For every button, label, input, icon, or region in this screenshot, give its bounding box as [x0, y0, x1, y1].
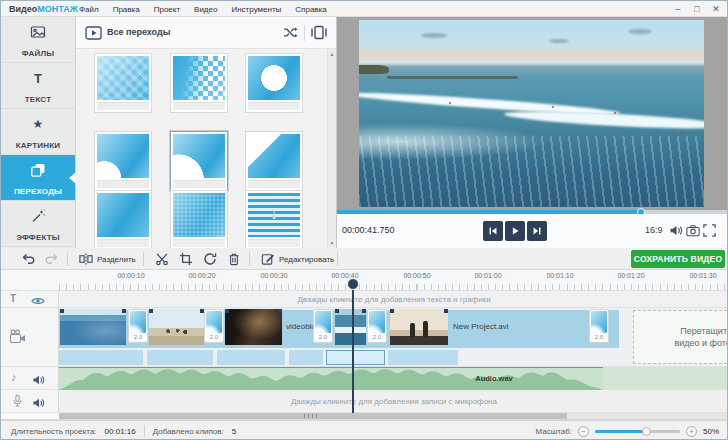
transition-thumb[interactable] [245, 53, 303, 113]
speaker-icon[interactable] [32, 395, 45, 413]
toolbar-separator [67, 252, 68, 266]
audio-clip-label: Audio.wav [475, 374, 513, 383]
scissors-icon[interactable] [155, 252, 169, 270]
clip-volume-segment[interactable] [289, 350, 323, 365]
dropzone-text-line1: Перетащите сюда [634, 325, 728, 337]
timeline-zoom-slider[interactable] [595, 426, 680, 437]
toolbar-separator [249, 252, 250, 266]
menu: Файл Правка Проект Видео Инструменты Спр… [79, 1, 327, 17]
snapshot-camera-icon[interactable] [686, 223, 700, 241]
redo-icon[interactable] [44, 252, 59, 270]
clip-volume-segment[interactable] [217, 350, 285, 365]
transition-thumb[interactable] [245, 131, 303, 191]
menu-item-file[interactable]: Файл [79, 5, 99, 14]
video-clip-3[interactable] [225, 309, 282, 345]
video-track[interactable]: 2.0 2.0 videoblo 2.0 2.0 New Projec [1, 308, 728, 367]
maximize-button[interactable]: □ [692, 1, 702, 17]
text-track[interactable]: T Дважды кликните для добавления текста … [1, 291, 728, 308]
transition-thumb[interactable] [94, 131, 152, 191]
timeline-horizontal-scrollbar[interactable] [1, 413, 728, 420]
transition-clip-1[interactable]: 2.0 [128, 309, 148, 343]
aspect-ratio-label: 16:9 [645, 225, 663, 235]
text-track-hint: Дважды кликните для добавления текста и … [297, 295, 490, 304]
scroll-down-icon[interactable]: ▼ [328, 240, 336, 246]
video-clip-5[interactable] [390, 309, 448, 345]
clip-volume-segment[interactable] [147, 350, 213, 365]
text-track-header: T [1, 291, 59, 307]
media-dropzone[interactable]: Перетащите сюда видео и фотографии [633, 310, 728, 364]
slider-knob[interactable] [642, 427, 651, 436]
audio-track[interactable]: ♪ Audio.wav [1, 367, 728, 390]
video-camera-icon [9, 329, 26, 348]
scroll-up-icon[interactable]: ▲ [328, 51, 336, 57]
prev-frame-button[interactable] [483, 221, 503, 241]
sidebar-item-transitions[interactable]: ПЕРЕХОДЫ [1, 155, 75, 201]
ruler-label: 00:00:50 [403, 272, 430, 279]
transition-chip-thumb [206, 311, 222, 333]
transition-thumb[interactable] [170, 53, 228, 113]
transition-thumb[interactable] [170, 190, 228, 250]
undo-icon[interactable] [21, 252, 36, 270]
toolbar-separator [143, 252, 144, 266]
clip-filename-label: New Project.avi [453, 322, 509, 331]
transition-thumb[interactable] [245, 190, 303, 250]
sidebar-item-effects[interactable]: ЭФФЕКТЫ [1, 201, 75, 247]
ruler-label: 00:00:20 [188, 272, 215, 279]
transition-thumb-selected[interactable] [170, 131, 228, 191]
fullscreen-icon[interactable] [703, 223, 716, 241]
clip-volume-segment[interactable] [59, 350, 143, 365]
transition-chip-thumb [315, 311, 331, 333]
audio-clip[interactable] [59, 367, 603, 390]
headland-shape [359, 65, 389, 74]
speaker-icon[interactable] [32, 372, 45, 390]
carousel-view-icon[interactable] [310, 25, 328, 44]
preview-panel: 00:00:41.750 16:9 [337, 17, 728, 248]
menu-item-video[interactable]: Видео [194, 5, 217, 14]
speaker-icon[interactable] [669, 223, 683, 241]
sidebar-item-label: ТЕКСТ [25, 95, 51, 104]
transition-preview-circle-corner-big [173, 134, 225, 178]
menu-item-edit[interactable]: Правка [113, 5, 140, 14]
transition-clip-4[interactable]: 2.0 [367, 309, 387, 343]
sidebar-item-pictures[interactable]: ★ КАРТИНКИ [1, 109, 75, 155]
clip-volume-segment-selected[interactable] [326, 350, 385, 365]
video-clip-2[interactable] [149, 309, 204, 345]
next-frame-button[interactable] [527, 221, 547, 241]
close-button[interactable]: ✕ [711, 1, 721, 17]
sidebar-item-files[interactable]: ФАЙЛЫ [1, 17, 75, 63]
playhead-handle[interactable] [347, 278, 359, 290]
transition-clip-2[interactable]: 2.0 [204, 309, 224, 343]
thumb-caption-strip [97, 180, 149, 188]
star-icon: ★ [1, 116, 75, 133]
shuffle-icon[interactable] [283, 25, 298, 44]
transition-clip-5[interactable]: 2.0 [589, 309, 609, 343]
sidebar-item-text[interactable]: T ТЕКСТ [1, 63, 75, 109]
menu-item-project[interactable]: Проект [154, 5, 180, 14]
transition-thumb[interactable] [94, 53, 152, 113]
edit-button[interactable]: Редактировать [261, 248, 334, 270]
audio-waveform [59, 369, 603, 390]
project-duration-label: Длительность проекта: [11, 427, 97, 436]
crop-icon[interactable] [179, 252, 193, 270]
transition-clip-3[interactable]: 2.0 [313, 309, 333, 343]
play-button[interactable] [505, 221, 525, 241]
menu-bar: ВидеоМОНТАЖ Файл Правка Проект Видео Инс… [1, 1, 727, 17]
clip-volume-segment[interactable] [388, 350, 458, 365]
transition-thumb[interactable] [94, 190, 152, 250]
split-button[interactable]: Разделить [79, 248, 136, 270]
scrollbar-thumb[interactable] [59, 413, 567, 419]
rotate-icon[interactable] [203, 252, 217, 270]
transitions-scrollbar[interactable]: ▲ ▼ [327, 49, 336, 248]
menu-item-help[interactable]: Справка [295, 5, 326, 14]
zoom-out-button[interactable]: − [578, 426, 589, 437]
zoom-in-button[interactable]: + [686, 426, 697, 437]
trash-icon[interactable] [227, 252, 241, 270]
video-clip-4[interactable] [335, 309, 366, 345]
menu-item-tools[interactable]: Инструменты [231, 5, 281, 14]
microphone-track[interactable]: Дважды кликните для добавления записи с … [1, 390, 728, 413]
video-clip-1[interactable] [60, 309, 126, 345]
minimize-button[interactable]: – [673, 1, 683, 17]
timeline-ruler[interactable]: 00:00:10 00:00:20 00:00:30 00:00:40 00:0… [1, 270, 728, 291]
effects-wand-icon [1, 208, 75, 225]
save-video-button[interactable]: СОХРАНИТЬ ВИДЕО [631, 250, 725, 268]
